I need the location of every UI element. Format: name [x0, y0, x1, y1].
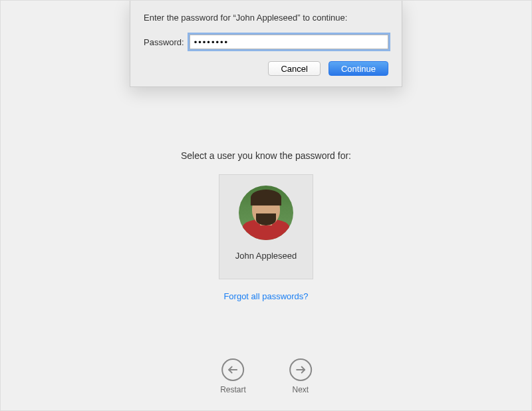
next-button[interactable]: Next [289, 358, 312, 394]
dialog-buttons: Cancel Continue [144, 61, 388, 76]
select-user-prompt: Select a user you know the password for: [181, 150, 351, 161]
bottom-nav: Restart Next [220, 358, 312, 394]
restart-button[interactable]: Restart [220, 358, 246, 394]
arrow-right-icon [289, 358, 312, 381]
password-input[interactable] [190, 35, 388, 49]
password-dialog: Enter the password for “John Appleseed” … [130, 1, 402, 87]
password-row: Password: [144, 35, 388, 49]
dialog-prompt: Enter the password for “John Appleseed” … [144, 13, 388, 23]
restart-label: Restart [220, 385, 246, 394]
forgot-passwords-link[interactable]: Forgot all passwords? [223, 291, 308, 301]
next-label: Next [293, 385, 309, 394]
user-name: John Appleseed [235, 251, 297, 261]
continue-button[interactable]: Continue [329, 61, 388, 76]
arrow-left-icon [222, 358, 245, 381]
cancel-button[interactable]: Cancel [268, 61, 320, 76]
password-label: Password: [144, 37, 184, 47]
avatar [239, 186, 293, 240]
user-card[interactable]: John Appleseed [219, 174, 313, 279]
